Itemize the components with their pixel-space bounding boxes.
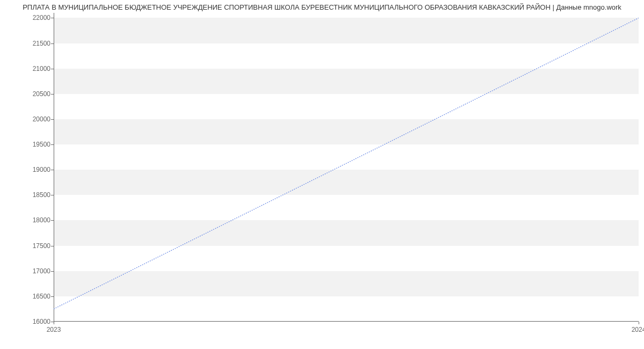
- chart-container: 20232024 1600016500170001750018000185001…: [0, 13, 644, 335]
- y-tick-mark: [51, 170, 54, 170]
- grid-band: [54, 69, 639, 94]
- y-tick-mark: [51, 119, 54, 120]
- chart-title: РПЛАТА В МУНИЦИПАЛЬНОЕ БЮДЖЕТНОЕ УЧРЕЖДЕ…: [23, 1, 621, 12]
- y-tick-label: 21500: [33, 40, 50, 47]
- y-tick-label: 16500: [33, 293, 50, 300]
- y-tick-label: 18500: [33, 191, 50, 199]
- x-axis-line: [54, 321, 639, 322]
- y-tick-label: 20500: [33, 90, 50, 98]
- y-tick-label: 19500: [33, 141, 50, 148]
- grid-band: [54, 18, 639, 43]
- y-tick-mark: [51, 43, 54, 44]
- y-tick-mark: [51, 144, 54, 145]
- y-tick-mark: [51, 246, 54, 246]
- grid-band: [54, 170, 639, 195]
- x-tick-label: 2024: [632, 326, 644, 333]
- y-tick-mark: [51, 271, 54, 272]
- y-tick-label: 20000: [33, 115, 50, 123]
- y-tick-label: 18000: [33, 216, 50, 224]
- y-tick-label: 16000: [33, 318, 50, 325]
- y-axis-line: [54, 13, 54, 322]
- y-tick-label: 19000: [33, 166, 50, 173]
- y-tick-label: 17500: [33, 242, 50, 250]
- y-tick-mark: [51, 296, 54, 297]
- x-tick-mark: [639, 322, 639, 324]
- y-tick-label: 21000: [33, 65, 50, 72]
- grid-band: [54, 271, 639, 296]
- y-tick-mark: [51, 220, 54, 221]
- x-tick-label: 2023: [47, 326, 61, 333]
- grid-band: [54, 220, 639, 245]
- plot-area: 20232024: [54, 13, 639, 322]
- y-tick-label: 17000: [33, 267, 50, 275]
- grid-band: [54, 119, 639, 144]
- y-tick-mark: [51, 94, 54, 94]
- x-tick-mark: [54, 322, 54, 324]
- y-tick-mark: [51, 69, 54, 69]
- y-tick-label: 22000: [33, 14, 50, 21]
- y-tick-mark: [51, 195, 54, 195]
- y-tick-mark: [51, 18, 54, 18]
